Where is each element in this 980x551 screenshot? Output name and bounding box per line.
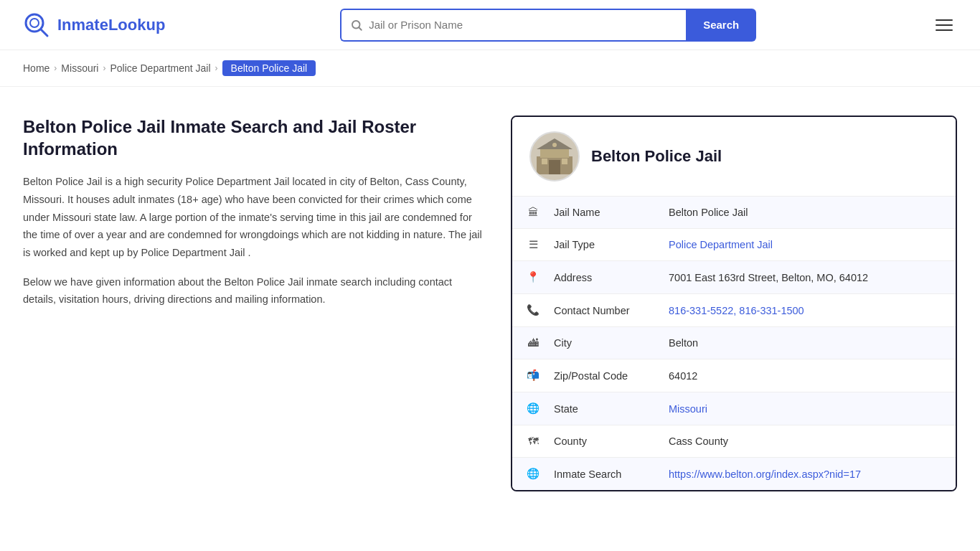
hamburger-line2: [936, 24, 953, 26]
building-icon: [533, 135, 576, 178]
breadcrumb-state[interactable]: Missouri: [61, 62, 98, 74]
search-area: Search: [340, 9, 756, 42]
row-value[interactable]: https://www.belton.org/index.aspx?nid=17: [654, 458, 956, 491]
card-header: Belton Police Jail: [512, 117, 956, 197]
chevron-icon: ›: [54, 63, 57, 73]
row-icon: 🏙: [512, 327, 540, 359]
table-row: 🌐StateMissouri: [512, 392, 956, 425]
svg-rect-9: [542, 159, 547, 164]
description-para1: Belton Police Jail is a high security Po…: [23, 173, 482, 261]
table-row: 📍Address7001 East 163rd Street, Belton, …: [512, 261, 956, 294]
row-icon: 🌐: [512, 392, 540, 425]
logo-icon: [23, 11, 50, 39]
svg-rect-8: [549, 160, 560, 174]
row-link[interactable]: Police Department Jail: [669, 239, 773, 250]
table-row: 🏙CityBelton: [512, 327, 956, 359]
search-input[interactable]: [369, 19, 677, 31]
search-wrapper: [340, 9, 686, 42]
row-icon: 📍: [512, 261, 540, 294]
row-value: 7001 East 163rd Street, Belton, MO, 6401…: [654, 261, 956, 294]
row-icon: 🏛: [512, 197, 540, 229]
logo[interactable]: InmateLookup: [23, 11, 165, 39]
chevron-icon: ›: [215, 63, 218, 73]
row-label: Jail Name: [540, 197, 654, 229]
info-table: 🏛Jail NameBelton Police Jail☰Jail TypePo…: [512, 197, 956, 490]
description-para2: Below we have given information about th…: [23, 273, 482, 309]
row-label: County: [540, 425, 654, 458]
row-icon: 🗺: [512, 425, 540, 458]
jail-avatar: [529, 131, 580, 182]
header: InmateLookup Search: [0, 0, 980, 50]
breadcrumb-current: Belton Police Jail: [222, 60, 316, 76]
row-link[interactable]: https://www.belton.org/index.aspx?nid=17: [669, 468, 861, 480]
row-label: Contact Number: [540, 294, 654, 327]
table-row: ☰Jail TypePolice Department Jail: [512, 229, 956, 261]
logo-text: InmateLookup: [57, 16, 165, 34]
chevron-icon: ›: [103, 63, 105, 73]
table-row: 🌐Inmate Searchhttps://www.belton.org/ind…: [512, 458, 956, 491]
svg-rect-6: [540, 149, 569, 158]
row-label: State: [540, 392, 654, 425]
breadcrumb-type[interactable]: Police Department Jail: [110, 62, 210, 74]
row-label: Inmate Search: [540, 458, 654, 491]
svg-line-1: [41, 29, 47, 36]
row-icon: ☰: [512, 229, 540, 261]
row-label: Zip/Postal Code: [540, 359, 654, 392]
row-label: City: [540, 327, 654, 359]
menu-button[interactable]: [931, 15, 957, 35]
row-value: 64012: [654, 359, 956, 392]
breadcrumb: Home › Missouri › Police Department Jail…: [0, 50, 980, 87]
row-icon: 📞: [512, 294, 540, 327]
row-label: Address: [540, 261, 654, 294]
svg-point-2: [30, 19, 39, 27]
breadcrumb-home[interactable]: Home: [23, 62, 50, 74]
hamburger-line1: [936, 19, 953, 21]
main-content: Belton Police Jail Inmate Search and Jai…: [0, 87, 980, 520]
search-button[interactable]: Search: [686, 9, 756, 42]
svg-point-11: [552, 143, 557, 147]
table-row: 🏛Jail NameBelton Police Jail: [512, 197, 956, 229]
row-value: Belton Police Jail: [654, 197, 956, 229]
row-value[interactable]: Missouri: [654, 392, 956, 425]
svg-rect-10: [562, 159, 567, 164]
row-value[interactable]: 816-331-5522, 816-331-1500: [654, 294, 956, 327]
row-value: Cass County: [654, 425, 956, 458]
svg-line-4: [359, 27, 362, 29]
page-title: Belton Police Jail Inmate Search and Jai…: [23, 116, 482, 160]
row-link[interactable]: 816-331-5522, 816-331-1500: [669, 305, 804, 316]
row-label: Jail Type: [540, 229, 654, 261]
info-card: Belton Police Jail 🏛Jail NameBelton Poli…: [511, 116, 957, 491]
card-title: Belton Police Jail: [591, 147, 722, 166]
table-row: 📬Zip/Postal Code64012: [512, 359, 956, 392]
row-icon: 🌐: [512, 458, 540, 491]
table-row: 🗺CountyCass County: [512, 425, 956, 458]
row-value: Belton: [654, 327, 956, 359]
row-value[interactable]: Police Department Jail: [654, 229, 956, 261]
left-column: Belton Police Jail Inmate Search and Jai…: [23, 116, 482, 320]
search-icon: [350, 19, 363, 32]
row-link[interactable]: Missouri: [669, 403, 707, 415]
hamburger-line3: [936, 29, 953, 31]
table-row: 📞Contact Number816-331-5522, 816-331-150…: [512, 294, 956, 327]
row-icon: 📬: [512, 359, 540, 392]
